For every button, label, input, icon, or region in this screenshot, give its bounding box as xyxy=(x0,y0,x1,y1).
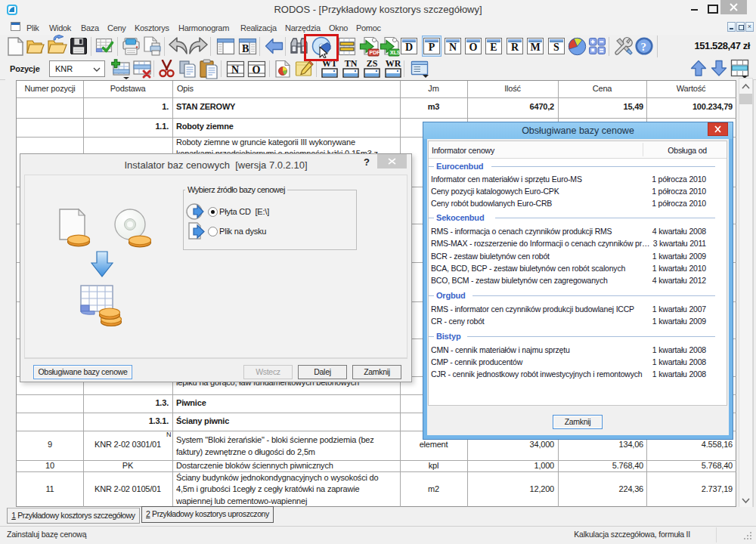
svg-text:N: N xyxy=(231,64,239,76)
svg-text:XLS: XLS xyxy=(390,50,400,55)
svg-text:PDF: PDF xyxy=(370,50,380,55)
svg-text:B: B xyxy=(242,43,249,54)
svg-text:O: O xyxy=(253,64,261,76)
